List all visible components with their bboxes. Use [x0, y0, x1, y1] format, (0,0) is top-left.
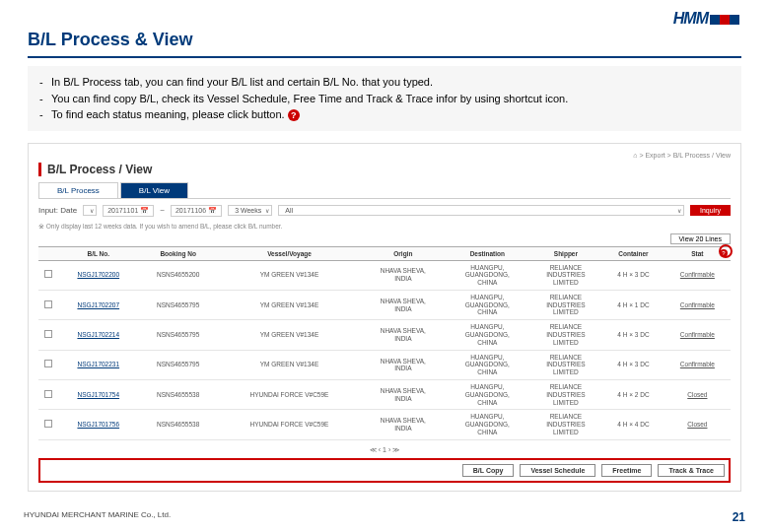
row-checkbox[interactable]	[44, 300, 52, 308]
vessel-voyage: YM GREEN V#134E	[218, 260, 360, 290]
tilde: ~	[160, 206, 165, 215]
bl-no[interactable]: NSGJ1702214	[59, 320, 138, 350]
view-lines-button[interactable]: View 20 Lines	[670, 233, 731, 244]
booking-no: NSNS4655795	[138, 350, 219, 379]
destination: HUANGPU,GUANGDONG,CHINA	[446, 290, 529, 319]
tab-bar: B/L Process B/L View	[38, 182, 731, 199]
table-row: NSGJ1702231NSNS4655795YM GREEN V#134ENHA…	[38, 350, 731, 379]
col-header: Shipper	[529, 246, 603, 260]
origin: NHAVA SHEVA,INDIA	[361, 350, 446, 379]
booking-no: NSNS4655538	[138, 380, 219, 410]
vessel-voyage: HYUNDAI FORCE V#C59E	[218, 380, 360, 410]
origin: NHAVA SHEVA,INDIA	[361, 290, 446, 319]
shipper: RELIANCEINDUSTRIESLIMITED	[529, 380, 603, 410]
row-checkbox[interactable]	[44, 270, 52, 278]
inquiry-button[interactable]: Inquiry	[690, 205, 731, 216]
booking-no: NSNS4655538	[138, 410, 219, 439]
dash-icon: -	[39, 106, 51, 123]
b-l-copy-button[interactable]: B/L Copy	[462, 464, 515, 477]
container: 4 H × 3 DC	[602, 260, 664, 290]
bl-no[interactable]: NSGJ1702231	[59, 350, 138, 379]
shipper: RELIANCEINDUSTRIESLIMITED	[529, 260, 603, 290]
destination: HUANGPU,GUANGDONG,CHINA	[446, 320, 529, 350]
vessel-voyage: YM GREEN V#134E	[218, 320, 360, 350]
bl-no[interactable]: NSGJ1702207	[59, 290, 138, 319]
origin: NHAVA SHEVA,INDIA	[361, 380, 446, 410]
row-checkbox[interactable]	[44, 360, 52, 367]
pagination[interactable]: ≪ ‹ 1 › ≫	[38, 446, 731, 454]
booking-no: NSNS4655795	[138, 290, 219, 319]
shipper: RELIANCEINDUSTRIESLIMITED	[529, 290, 603, 319]
booking-no: NSNS4655200	[138, 260, 219, 290]
description-box: -In B/L Process tab, you can find your B…	[28, 66, 741, 131]
bl-no[interactable]: NSGJ1702200	[59, 260, 138, 290]
status: Confirmable	[664, 350, 731, 379]
bl-table: B/L No.Booking NoVessel/VoyageOriginDest…	[38, 246, 731, 440]
destination: HUANGPU,GUANGDONG,CHINA	[446, 260, 529, 290]
tab-bl-view[interactable]: B/L View	[120, 182, 188, 198]
table-row: NSGJ1701754NSNS4655538HYUNDAI FORCE V#C5…	[38, 380, 731, 410]
destination: HUANGPU,GUANGDONG,CHINA	[446, 350, 529, 379]
vessel-schedule-button[interactable]: Vessel Schedule	[520, 464, 595, 477]
container: 4 H × 3 DC	[602, 350, 664, 379]
bullet-3: To find each status meaning, please clic…	[51, 106, 300, 123]
vessel-voyage: YM GREEN V#134E	[218, 290, 360, 319]
container: 4 H × 3 DC	[602, 320, 664, 350]
bottom-button-bar: B/L CopyVessel ScheduleFreetimeTrack & T…	[38, 458, 731, 483]
freetime-button[interactable]: Freetime	[601, 464, 652, 477]
status: Confirmable	[664, 260, 731, 290]
tab-bl-process[interactable]: B/L Process	[38, 182, 118, 198]
row-checkbox[interactable]	[44, 330, 52, 338]
bl-no[interactable]: NSGJ1701754	[59, 380, 138, 410]
col-header	[38, 246, 59, 260]
bullet-1: In B/L Process tab, you can find your B/…	[51, 74, 433, 91]
col-header: Destination	[446, 246, 529, 260]
panel-title: B/L Process / View	[38, 163, 731, 176]
page-number: 21	[733, 510, 745, 524]
shipper: RELIANCEINDUSTRIESLIMITED	[529, 410, 603, 439]
row-checkbox[interactable]	[44, 390, 52, 398]
all-select[interactable]: All∨	[278, 205, 684, 216]
status: Closed	[664, 380, 731, 410]
weeks-select[interactable]: 3 Weeks∨	[228, 205, 272, 216]
origin: NHAVA SHEVA,INDIA	[361, 320, 446, 350]
table-note: ※ Only display last 12 weeks data. If yo…	[38, 223, 731, 231]
screenshot-panel: ⌂ > Export > B/L Process / View B/L Proc…	[28, 143, 741, 492]
booking-no: NSNS4655795	[138, 320, 219, 350]
row-checkbox[interactable]	[44, 420, 52, 428]
col-header: Container	[602, 246, 664, 260]
destination: HUANGPU,GUANGDONG,CHINA	[446, 410, 529, 439]
vessel-voyage: HYUNDAI FORCE V#C59E	[218, 410, 360, 439]
dash-icon: -	[39, 91, 51, 107]
shipper: RELIANCEINDUSTRIESLIMITED	[529, 320, 603, 350]
origin: NHAVA SHEVA,INDIA	[361, 260, 446, 290]
table-row: NSGJ1702214NSNS4655795YM GREEN V#134ENHA…	[38, 320, 731, 350]
breadcrumb: ⌂ > Export > B/L Process / View	[38, 152, 731, 159]
status: Confirmable	[664, 320, 731, 350]
date-from-input[interactable]: 20171101 📅	[103, 205, 154, 217]
container: 4 H × 4 DC	[602, 410, 664, 439]
status: Confirmable	[664, 290, 731, 319]
shipper: RELIANCEINDUSTRIESLIMITED	[529, 350, 603, 379]
track-trace-button[interactable]: Track & Trace	[658, 464, 725, 477]
page-title: B/L Process & View	[28, 30, 769, 50]
col-header: Vessel/Voyage	[218, 246, 360, 260]
question-icon: ?	[288, 109, 300, 121]
table-row: NSGJ1701756NSNS4655538HYUNDAI FORCE V#C5…	[38, 410, 731, 439]
filter-row: Input: Date ∨ 20171101 📅 ~ 20171106 📅 3 …	[38, 205, 731, 217]
date-to-input[interactable]: 20171106 📅	[171, 205, 222, 217]
col-header: Origin	[361, 246, 446, 260]
col-header: B/L No.	[59, 246, 138, 260]
filter-type-select[interactable]: ∨	[83, 205, 97, 216]
destination: HUANGPU,GUANGDONG,CHINA	[446, 380, 529, 410]
table-row: NSGJ1702200NSNS4655200YM GREEN V#134ENHA…	[38, 260, 731, 290]
table-row: NSGJ1702207NSNS4655795YM GREEN V#134ENHA…	[38, 290, 731, 319]
container: 4 H × 2 DC	[602, 380, 664, 410]
hmm-logo: HMM	[673, 10, 739, 28]
vessel-voyage: YM GREEN V#134E	[218, 350, 360, 379]
question-icon[interactable]: ?	[720, 249, 728, 257]
bl-no[interactable]: NSGJ1701756	[59, 410, 138, 439]
footer-company: HYUNDAI MERCHANT MARINE Co., Ltd.	[24, 510, 171, 524]
status: Closed	[664, 410, 731, 439]
origin: NHAVA SHEVA,INDIA	[361, 410, 446, 439]
